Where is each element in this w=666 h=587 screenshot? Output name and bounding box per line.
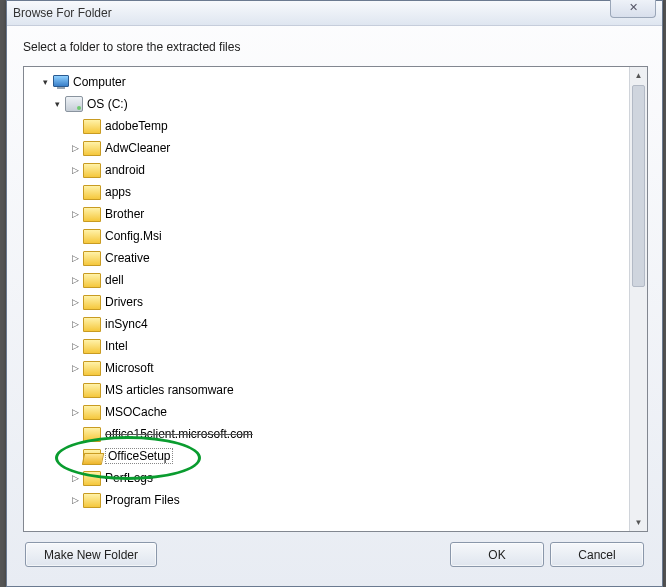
close-icon: ✕ — [629, 1, 638, 14]
expander-placeholder — [68, 383, 82, 397]
chevron-right-icon[interactable]: ▷ — [68, 361, 82, 375]
tree-row[interactable]: ▷Drivers — [24, 291, 630, 313]
expander-placeholder — [68, 427, 82, 441]
folder-icon — [83, 295, 101, 310]
folder-icon — [83, 317, 101, 332]
folder-icon — [83, 427, 101, 442]
tree-row[interactable]: ▾OS (C:) — [24, 93, 630, 115]
ok-button[interactable]: OK — [450, 542, 544, 567]
tree-item-label: office15client.microsoft.com — [105, 427, 253, 441]
folder-icon — [83, 141, 101, 156]
tree-item-label: Computer — [73, 75, 126, 89]
chevron-right-icon[interactable]: ▷ — [68, 141, 82, 155]
chevron-right-icon[interactable]: ▷ — [68, 163, 82, 177]
expander-placeholder — [68, 185, 82, 199]
folder-icon — [83, 229, 101, 244]
tree-item-label: Brother — [105, 207, 144, 221]
tree-row[interactable]: ▷Microsoft — [24, 357, 630, 379]
folder-icon — [83, 405, 101, 420]
close-button[interactable]: ✕ — [610, 0, 656, 18]
chevron-right-icon[interactable]: ▷ — [68, 295, 82, 309]
folder-open-icon — [83, 449, 101, 464]
client-area: Select a folder to store the extracted f… — [7, 26, 662, 577]
tree-row[interactable]: MS articles ransomware — [24, 379, 630, 401]
folder-icon — [83, 207, 101, 222]
tree-row[interactable]: Config.Msi — [24, 225, 630, 247]
folder-icon — [83, 273, 101, 288]
tree-row[interactable]: ▷MSOCache — [24, 401, 630, 423]
tree-row[interactable]: ▷Creative — [24, 247, 630, 269]
chevron-right-icon[interactable]: ▷ — [68, 405, 82, 419]
chevron-down-icon[interactable]: ▾ — [50, 97, 64, 111]
tree-item-label: MSOCache — [105, 405, 167, 419]
scrollbar-thumb[interactable] — [632, 85, 645, 287]
chevron-right-icon[interactable]: ▷ — [68, 207, 82, 221]
tree-item-label: Program Files — [105, 493, 180, 507]
tree-item-label: apps — [105, 185, 131, 199]
button-label: OK — [488, 548, 505, 562]
tree-item-label: OfficeSetup — [105, 448, 173, 464]
tree-item-label: OS (C:) — [87, 97, 128, 111]
expander-placeholder — [68, 119, 82, 133]
tree-row[interactable]: ▷PerfLogs — [24, 467, 630, 489]
tree-row[interactable]: ▷android — [24, 159, 630, 181]
tree-row[interactable]: ▷inSync4 — [24, 313, 630, 335]
folder-icon — [83, 185, 101, 200]
tree-item-label: adobeTemp — [105, 119, 168, 133]
tree-row[interactable]: adobeTemp — [24, 115, 630, 137]
chevron-right-icon[interactable]: ▷ — [68, 471, 82, 485]
cancel-button[interactable]: Cancel — [550, 542, 644, 567]
tree-row[interactable]: ▷AdwCleaner — [24, 137, 630, 159]
tree-row[interactable]: apps — [24, 181, 630, 203]
folder-icon — [83, 361, 101, 376]
scroll-up-arrow-icon[interactable]: ▲ — [630, 67, 647, 84]
chevron-right-icon[interactable]: ▷ — [68, 273, 82, 287]
expander-placeholder — [68, 449, 82, 463]
scroll-down-arrow-icon[interactable]: ▼ — [630, 514, 647, 531]
tree-row[interactable]: ▷Brother — [24, 203, 630, 225]
chevron-down-icon[interactable]: ▾ — [38, 75, 52, 89]
chevron-right-icon[interactable]: ▷ — [68, 339, 82, 353]
tree-row[interactable]: ▷Program Files — [24, 489, 630, 511]
chevron-right-icon[interactable]: ▷ — [68, 251, 82, 265]
window-title: Browse For Folder — [13, 6, 112, 20]
tree-item-label: AdwCleaner — [105, 141, 170, 155]
folder-icon — [83, 471, 101, 486]
folder-icon — [83, 119, 101, 134]
tree-item-label: android — [105, 163, 145, 177]
tree-item-label: MS articles ransomware — [105, 383, 234, 397]
chevron-right-icon[interactable]: ▷ — [68, 317, 82, 331]
tree-item-label: dell — [105, 273, 124, 287]
tree-item-label: Config.Msi — [105, 229, 162, 243]
titlebar: Browse For Folder ✕ — [7, 1, 662, 26]
tree-row[interactable]: ▷dell — [24, 269, 630, 291]
tree-item-label: Creative — [105, 251, 150, 265]
tree-item-label: Drivers — [105, 295, 143, 309]
drive-icon — [65, 96, 83, 112]
folder-tree[interactable]: ▾Computer▾OS (C:)adobeTemp▷AdwCleaner▷an… — [24, 67, 630, 531]
button-label: Make New Folder — [44, 548, 138, 562]
tree-item-label: inSync4 — [105, 317, 148, 331]
tree-item-label: PerfLogs — [105, 471, 153, 485]
browse-for-folder-dialog: Browse For Folder ✕ Select a folder to s… — [6, 0, 663, 587]
tree-row[interactable]: OfficeSetup — [24, 445, 630, 467]
button-label: Cancel — [578, 548, 615, 562]
tree-row[interactable]: ▷Intel — [24, 335, 630, 357]
folder-icon — [83, 383, 101, 398]
chevron-right-icon[interactable]: ▷ — [68, 493, 82, 507]
folder-icon — [83, 251, 101, 266]
expander-placeholder — [68, 229, 82, 243]
button-bar: Make New Folder OK Cancel — [23, 532, 646, 567]
tree-row[interactable]: ▾Computer — [24, 71, 630, 93]
computer-icon — [53, 75, 69, 89]
tree-item-label: Microsoft — [105, 361, 154, 375]
folder-icon — [83, 493, 101, 508]
tree-row[interactable]: office15client.microsoft.com — [24, 423, 630, 445]
folder-tree-container: ▾Computer▾OS (C:)adobeTemp▷AdwCleaner▷an… — [23, 66, 648, 532]
instruction-text: Select a folder to store the extracted f… — [23, 40, 646, 54]
folder-icon — [83, 163, 101, 178]
folder-icon — [83, 339, 101, 354]
make-new-folder-button[interactable]: Make New Folder — [25, 542, 157, 567]
vertical-scrollbar[interactable]: ▲ ▼ — [629, 67, 647, 531]
tree-item-label: Intel — [105, 339, 128, 353]
